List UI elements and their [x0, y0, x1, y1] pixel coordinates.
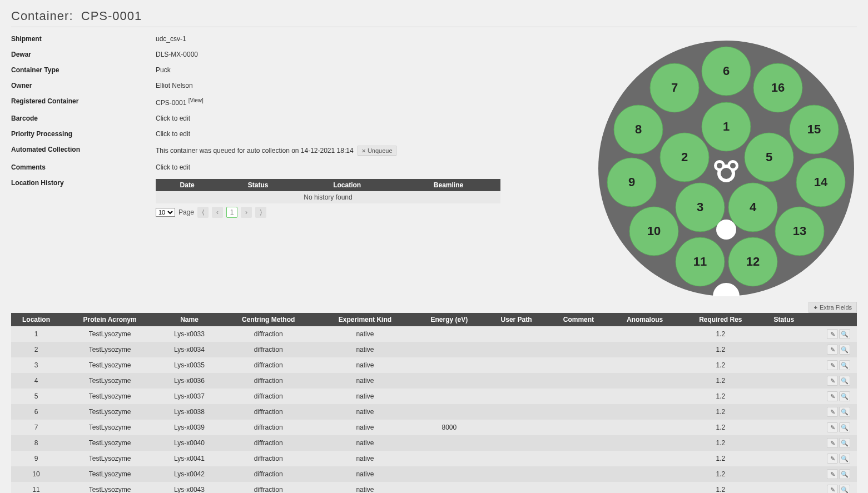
unqueue-button[interactable]: ✕Unqueue [358, 146, 396, 156]
page-size-select[interactable]: 10 [156, 208, 175, 217]
history-header: Status [219, 179, 297, 191]
edit-button[interactable]: ✎ [827, 422, 838, 432]
puck-well[interactable]: 14 [796, 158, 845, 207]
puck-well[interactable]: 5 [745, 133, 793, 182]
table-row[interactable]: 10TestLysozymeLys-x0042diffractionnative… [11, 466, 857, 482]
table-cell: diffraction [220, 342, 317, 357]
view-button[interactable]: 🔍 [839, 422, 850, 432]
table-cell: 4 [11, 373, 61, 389]
table-cell: 1 [11, 326, 61, 342]
table-cell: native [317, 373, 414, 389]
table-cell [485, 357, 547, 373]
view-button[interactable]: 🔍 [839, 407, 850, 417]
pager-first-button[interactable]: ⟨ [197, 207, 209, 218]
view-button[interactable]: 🔍 [839, 345, 850, 355]
view-button[interactable]: 🔍 [839, 485, 850, 493]
edit-button[interactable]: ✎ [827, 360, 838, 370]
puck-well[interactable]: 9 [607, 158, 656, 207]
registered-container-text: CPS-0001 [156, 99, 186, 107]
edit-button[interactable]: ✎ [827, 438, 838, 448]
puck-well[interactable]: 4 [728, 183, 777, 232]
table-row[interactable]: 5TestLysozymeLys-x0037diffractionnative1… [11, 389, 857, 404]
table-row[interactable]: 1TestLysozymeLys-x0033diffractionnative1… [11, 326, 857, 342]
table-row[interactable]: 8TestLysozymeLys-x0040diffractionnative1… [11, 435, 857, 451]
table-cell: diffraction [220, 373, 317, 389]
edit-button[interactable]: ✎ [827, 454, 838, 464]
table-row[interactable]: 3TestLysozymeLys-x0035diffractionnative1… [11, 357, 857, 373]
view-button[interactable]: 🔍 [839, 438, 850, 448]
value-barcode[interactable]: Click to edit [156, 114, 584, 122]
value-priority[interactable]: Click to edit [156, 130, 584, 138]
extra-fields-label: Extra Fields [820, 304, 852, 311]
value-comments[interactable]: Click to edit [156, 163, 584, 171]
table-cell: Lys-x0038 [158, 404, 220, 420]
actions-cell: ✎🔍 [807, 373, 857, 389]
puck-well[interactable]: 13 [775, 207, 824, 256]
view-button[interactable]: 🔍 [839, 329, 850, 339]
actions-cell: ✎🔍 [807, 420, 857, 435]
table-cell [609, 326, 680, 342]
puck-well[interactable]: 11 [676, 237, 725, 286]
table-row[interactable]: 7TestLysozymeLys-x0039diffractionnative8… [11, 420, 857, 435]
table-cell: diffraction [220, 404, 317, 420]
view-button[interactable]: 🔍 [839, 469, 850, 479]
puck-well[interactable]: 12 [728, 237, 777, 286]
edit-button[interactable]: ✎ [827, 376, 838, 386]
actions-cell: ✎🔍 [807, 326, 857, 342]
svg-point-39 [716, 220, 736, 240]
edit-button[interactable]: ✎ [827, 345, 838, 355]
puck-well[interactable]: 10 [629, 207, 678, 256]
view-button[interactable]: 🔍 [839, 391, 850, 401]
view-button[interactable]: 🔍 [839, 360, 850, 370]
puck-well[interactable]: 1 [702, 102, 751, 151]
table-cell: Lys-x0035 [158, 357, 220, 373]
puck-well[interactable]: 8 [614, 105, 663, 154]
table-cell [548, 389, 609, 404]
history-table: DateStatusLocationBeamline No history fo… [156, 179, 500, 203]
edit-button[interactable]: ✎ [827, 329, 838, 339]
table-row[interactable]: 11TestLysozymeLys-x0043diffractionnative… [11, 482, 857, 493]
table-row[interactable]: 6TestLysozymeLys-x0038diffractionnative1… [11, 404, 857, 420]
table-cell: 1.2 [680, 357, 761, 373]
page-title-prefix: Container: [11, 9, 73, 23]
page-label: Page [178, 208, 194, 216]
pencil-icon: ✎ [830, 331, 835, 338]
puck-well[interactable]: 16 [753, 63, 802, 112]
table-cell: diffraction [220, 420, 317, 435]
edit-button[interactable]: ✎ [827, 485, 838, 493]
pager-prev-button[interactable]: ‹ [212, 207, 223, 218]
svg-text:16: 16 [771, 81, 785, 94]
pager-current-page[interactable]: 1 [226, 207, 237, 218]
table-cell [413, 404, 485, 420]
puck-well[interactable]: 15 [790, 105, 839, 154]
table-cell [609, 389, 680, 404]
actions-cell: ✎🔍 [807, 451, 857, 466]
extra-fields-button[interactable]: +Extra Fields [809, 302, 857, 313]
puck-well[interactable]: 3 [676, 183, 725, 232]
puck-well[interactable]: 2 [660, 133, 709, 182]
puck-well[interactable]: 7 [650, 63, 699, 112]
value-shipment[interactable]: udc_csv-1 [156, 35, 584, 43]
pager-next-button[interactable]: › [241, 207, 252, 218]
history-header: Location [297, 179, 396, 191]
table-row[interactable]: 4TestLysozymeLys-x0036diffractionnative1… [11, 373, 857, 389]
search-icon: 🔍 [841, 362, 849, 369]
value-dewar[interactable]: DLS-MX-0000 [156, 51, 584, 58]
edit-button[interactable]: ✎ [827, 391, 838, 401]
table-cell: Lys-x0037 [158, 389, 220, 404]
edit-button[interactable]: ✎ [827, 407, 838, 417]
automated-text: This container was queued for auto colle… [156, 147, 354, 155]
puck-well[interactable]: 6 [702, 47, 751, 96]
table-row[interactable]: 2TestLysozymeLys-x0034diffractionnative1… [11, 342, 857, 357]
view-button[interactable]: 🔍 [839, 454, 850, 464]
table-cell [413, 342, 485, 357]
table-row[interactable]: 9TestLysozymeLys-x0041diffractionnative1… [11, 451, 857, 466]
edit-button[interactable]: ✎ [827, 469, 838, 479]
view-button[interactable]: 🔍 [839, 376, 850, 386]
search-icon: 🔍 [841, 471, 849, 478]
table-cell [761, 404, 807, 420]
view-link[interactable]: [View] [189, 97, 204, 103]
table-cell: 1.2 [680, 404, 761, 420]
pager-last-button[interactable]: ⟩ [255, 207, 266, 218]
table-cell: 1.2 [680, 326, 761, 342]
